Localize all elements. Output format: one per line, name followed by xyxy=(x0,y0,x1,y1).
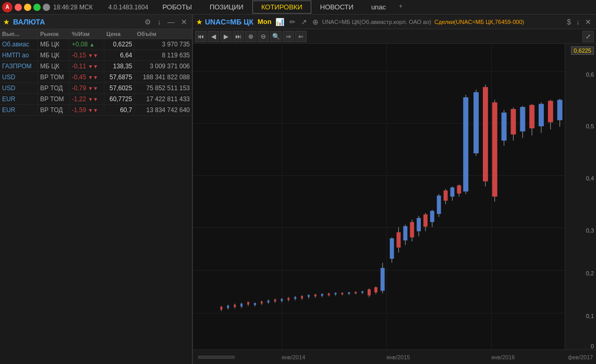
nav-add-tab[interactable]: + xyxy=(395,1,407,14)
mid-candles xyxy=(390,95,469,263)
svg-rect-27 xyxy=(308,295,310,297)
col-header-price[interactable]: Цена xyxy=(104,29,135,39)
current-time: 18:46:28 МСК xyxy=(53,4,93,11)
nav-last-btn[interactable]: ⏭ xyxy=(233,31,244,42)
cell-instrument[interactable]: USD xyxy=(0,83,38,94)
cell-volume: 17 422 811 433 xyxy=(135,94,192,105)
nav-scroll-left-btn[interactable]: ⇐ xyxy=(295,31,307,42)
cell-instrument[interactable]: EUR xyxy=(0,94,38,105)
svg-rect-35 xyxy=(335,293,337,295)
chart-star-icon[interactable]: ★ xyxy=(196,18,203,26)
table-row[interactable]: EUR ВР ТОМ -1,22 ▼▼ 60,7725 17 422 811 4… xyxy=(0,94,192,105)
sort-icon[interactable]: ↓ xyxy=(156,17,163,27)
time-scrollbar[interactable] xyxy=(198,356,235,359)
svg-rect-9 xyxy=(247,302,249,305)
cell-price: 60,7 xyxy=(104,105,135,116)
chart-title: UNAC=МБ ЦК xyxy=(205,18,253,26)
cell-instrument[interactable]: Об.авиас xyxy=(0,39,38,50)
svg-rect-51 xyxy=(390,238,394,259)
nav-novosti[interactable]: НОВОСТИ xyxy=(311,1,362,14)
svg-rect-1 xyxy=(221,307,223,310)
nav-next-btn[interactable]: ▶ xyxy=(220,31,232,42)
svg-rect-15 xyxy=(267,300,270,302)
nav-roboty[interactable]: РОБОТЫ xyxy=(153,1,200,14)
cell-instrument[interactable]: EUR xyxy=(0,105,38,116)
svg-rect-49 xyxy=(381,268,385,291)
table-row[interactable]: USD ВР ТОД -0,79 ▼▼ 57,6025 75 852 511 1… xyxy=(0,83,192,94)
time-label-2016: янв/2016 xyxy=(491,354,515,360)
table-row[interactable]: НМТП ао МБ ЦК -0,15 ▼▼ 6,64 8 119 635 xyxy=(0,50,192,61)
svg-rect-29 xyxy=(314,295,317,297)
svg-rect-59 xyxy=(417,218,421,231)
nav-kotirovki[interactable]: КОТИРОВКИ xyxy=(252,1,311,14)
price-label-05: 0,5 xyxy=(586,123,594,129)
minimize-panel-icon[interactable]: — xyxy=(166,17,176,27)
price-label-04: 0,4 xyxy=(586,175,594,181)
col-header-change[interactable]: %/Изм xyxy=(69,29,104,39)
arrow-down-icon[interactable]: ↓ xyxy=(575,17,581,27)
table-row[interactable]: EUR ВР ТОД -1,59 ▼▼ 60,7 13 834 742 640 xyxy=(0,105,192,116)
chart-crosshair-icon[interactable]: ⊕ xyxy=(311,17,320,27)
close-btn[interactable] xyxy=(15,4,22,11)
nav-first-btn[interactable]: ⏮ xyxy=(195,31,206,42)
cell-instrument[interactable]: НМТП ао xyxy=(0,50,38,61)
nav-zoom-in-btn[interactable]: ⊕ xyxy=(245,31,257,42)
time-axis: янв/2014 янв/2015 янв/2016 фев/2017 xyxy=(193,349,596,364)
candlestick-chart xyxy=(193,44,596,349)
col-header-instrument[interactable]: Вып... xyxy=(0,29,38,39)
right-panel: ★ UNAC=МБ ЦК Mon 📊 ✏ ↗ ⊕ UNAC=МБ ЦК(Об.а… xyxy=(193,15,596,364)
svg-rect-83 xyxy=(510,109,516,135)
price-axis: 0,6225 0,6 0,5 0,4 0,3 0,2 0,1 0 xyxy=(565,44,596,349)
svg-rect-63 xyxy=(430,211,434,222)
minimize-btn[interactable] xyxy=(24,4,31,11)
table-row[interactable]: USD ВР ТОМ -0,45 ▼▼ 57,6875 188 341 822 … xyxy=(0,72,192,83)
table-row[interactable]: ГАЗПРОМ МБ ЦК -0,11 ▼▼ 138,35 3 009 371 … xyxy=(0,61,192,72)
nav-zoom-out-btn[interactable]: ⊖ xyxy=(258,31,269,42)
nav-expand-btn[interactable]: ⤢ xyxy=(582,31,594,42)
nav-scroll-right-btn[interactable]: ⇒ xyxy=(283,31,294,42)
svg-rect-13 xyxy=(261,301,263,304)
chart-bar-icon[interactable]: 📊 xyxy=(274,17,286,27)
time-label-2015: янв/2015 xyxy=(386,354,410,360)
nav-magnify-btn[interactable]: 🔍 xyxy=(270,31,282,42)
cell-instrument[interactable]: ГАЗПРОМ xyxy=(0,61,38,72)
nav-prev-btn[interactable]: ◀ xyxy=(208,31,219,42)
settings-icon[interactable]: ⚙ xyxy=(143,17,153,27)
star-icon[interactable]: ★ xyxy=(3,18,10,26)
chart-pen-icon[interactable]: ✏ xyxy=(288,17,297,27)
col-header-volume[interactable]: Объём xyxy=(135,29,192,39)
svg-rect-47 xyxy=(374,287,378,293)
chart-subtitle: UNAC=МБ ЦК(Об.авиастр.корп. ОАО ао) Сдел… xyxy=(322,19,524,25)
chart-timeframe[interactable]: Mon xyxy=(258,18,272,26)
svg-rect-17 xyxy=(274,299,276,301)
svg-rect-53 xyxy=(396,232,400,247)
svg-rect-11 xyxy=(254,303,256,305)
table-row[interactable]: Об.авиас МБ ЦК +0,08 ▲ 0,6225 3 970 735 xyxy=(0,39,192,50)
extra-btn[interactable] xyxy=(43,4,50,11)
app-logo: A xyxy=(2,2,13,13)
chart-close-icon[interactable]: ✕ xyxy=(583,17,593,27)
svg-rect-33 xyxy=(328,294,330,296)
maximize-btn[interactable] xyxy=(33,4,41,11)
top-navigation: РОБОТЫ ПОЗИЦИИ КОТИРОВКИ НОВОСТИ unac + xyxy=(153,1,596,14)
cell-instrument[interactable]: USD xyxy=(0,72,38,83)
nav-unac[interactable]: unac xyxy=(362,1,395,14)
svg-rect-45 xyxy=(368,289,371,296)
left-panel: ★ ВАЛЮТА ⚙ ↓ — ✕ Вып... Рынок %/Изм Цена… xyxy=(0,15,193,364)
cell-price: 138,35 xyxy=(104,61,135,72)
nav-pozicii[interactable]: ПОЗИЦИИ xyxy=(201,1,252,14)
dollar-icon[interactable]: $ xyxy=(565,17,573,27)
cell-price: 0,6225 xyxy=(104,39,135,50)
close-panel-icon[interactable]: ✕ xyxy=(179,17,189,27)
cell-price: 60,7725 xyxy=(104,94,135,105)
price-label-01: 0,1 xyxy=(586,313,594,319)
col-header-market[interactable]: Рынок xyxy=(38,29,70,39)
chart-cursor-icon[interactable]: ↗ xyxy=(299,17,309,27)
left-panel-header: ★ ВАЛЮТА ⚙ ↓ — ✕ xyxy=(0,15,192,29)
cell-volume: 188 341 822 088 xyxy=(135,72,192,83)
cell-market: ВР ТОД xyxy=(38,83,70,94)
svg-rect-55 xyxy=(403,226,407,240)
price-label-06: 0,6 xyxy=(586,71,594,78)
main-layout: ★ ВАЛЮТА ⚙ ↓ — ✕ Вып... Рынок %/Изм Цена… xyxy=(0,15,596,364)
svg-rect-3 xyxy=(227,306,229,308)
